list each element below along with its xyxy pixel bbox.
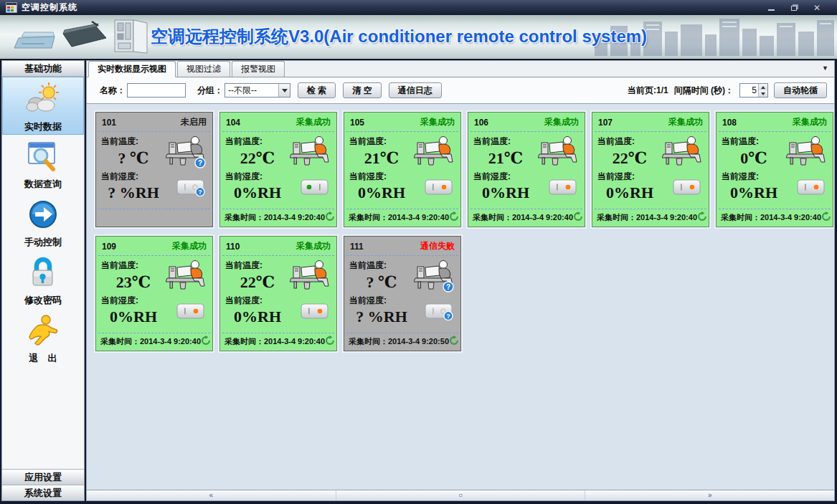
device-card[interactable]: 106采集成功当前温度:21℃当前湿度:0%RH采集时间：2014-3-4 9:… [468, 112, 585, 227]
power-switch-icon[interactable] [301, 179, 330, 200]
pager-current[interactable]: ○ [336, 490, 586, 500]
collect-time: 采集时间：2014-3-4 9:20:40 [721, 212, 821, 223]
humidity-label: 当前湿度: [225, 171, 290, 183]
name-input[interactable] [127, 83, 186, 98]
power-switch-icon[interactable] [176, 303, 206, 324]
spinner-up-icon[interactable] [759, 84, 767, 90]
device-card[interactable]: 108采集成功当前温度:0℃当前湿度:0%RH采集时间：2014-3-4 9:2… [716, 112, 833, 227]
sidebar-item-label: 实时数据 [24, 120, 62, 133]
card-body: 当前温度:22℃当前湿度:0%RH [220, 256, 336, 331]
group-select[interactable]: --不限-- [224, 83, 290, 98]
humidity-label: 当前湿度: [349, 295, 414, 307]
ac-unit-icon [662, 135, 704, 171]
device-card[interactable]: 111通信失败当前温度:? ℃当前湿度:? %RH??采集时间：2014-3-4… [344, 236, 461, 351]
humidity-value: ? %RH [349, 308, 414, 326]
close-button[interactable]: ✕ [811, 3, 823, 12]
current-page-label: 当前页:1/1 [628, 85, 668, 97]
tab-overflow-icon[interactable]: ▼ [822, 65, 828, 72]
card-footer: 采集时间：2014-3-4 9:20:40 [717, 209, 833, 227]
temp-value: 22℃ [225, 148, 290, 168]
card-header: 111通信失败 [344, 237, 460, 254]
lock-icon [26, 255, 60, 293]
ac-unit-icon [290, 135, 331, 171]
power-switch-icon[interactable] [301, 303, 330, 324]
power-switch-icon[interactable]: ? [425, 303, 454, 324]
collect-time: 采集时间：2014-3-4 9:20:40 [224, 336, 325, 347]
device-card[interactable]: 109采集成功当前温度:23℃当前湿度:0%RH采集时间：2014-3-4 9:… [95, 236, 213, 351]
power-switch-icon[interactable] [425, 179, 454, 200]
tab-alarm-view[interactable]: 报警视图 [232, 61, 285, 77]
restore-button[interactable] [788, 3, 800, 12]
card-body: 当前温度:22℃当前湿度:0%RH [592, 132, 709, 207]
auto-cycle-button[interactable]: 自动轮循 [774, 82, 827, 98]
main-panel: 实时数据显示视图 视图过滤 报警视图 ▼ 名称： 分组： --不限-- 检 索 … [86, 60, 835, 501]
humidity-label: 当前湿度: [473, 171, 538, 183]
svg-text:?: ? [198, 159, 202, 167]
svg-text:?: ? [446, 283, 450, 291]
temp-label: 当前温度: [101, 135, 166, 148]
device-card[interactable]: 105采集成功当前温度:21℃当前湿度:0%RH采集时间：2014-3-4 9:… [344, 112, 461, 227]
device-card[interactable]: 107采集成功当前温度:22℃当前湿度:0%RH采集时间：2014-3-4 9:… [592, 112, 709, 227]
humidity-label: 当前湿度: [722, 171, 786, 183]
sidebar: 基础功能 实时数据 [1, 60, 85, 501]
chevron-down-icon[interactable] [278, 84, 290, 97]
card-footer: 采集时间：2014-3-4 9:20:50 [344, 333, 460, 351]
sidebar-item-label: 修改密码 [24, 294, 62, 307]
refresh-icon[interactable] [449, 336, 459, 347]
sidebar-item-realtime-data[interactable]: 实时数据 [2, 77, 84, 135]
device-id: 104 [226, 118, 240, 128]
minimize-button[interactable] [765, 3, 777, 12]
header-banner: 空调远程控制系统V3.0(Air conditioner remote cont… [0, 15, 837, 59]
refresh-icon[interactable] [201, 336, 211, 347]
sidebar-item-manual-control[interactable]: 手动控制 [2, 193, 84, 251]
humidity-label: 当前湿度: [101, 171, 166, 183]
svg-text:?: ? [446, 313, 450, 320]
card-footer: 采集时间：2014-3-4 9:20:40 [468, 209, 585, 227]
sidebar-item-data-query[interactable]: 数据查询 [2, 135, 84, 193]
card-footer: 采集时间：2014-3-4 9:20:40 [96, 333, 212, 351]
clear-button[interactable]: 清 空 [343, 82, 381, 98]
pager-next[interactable]: » [585, 490, 834, 500]
card-header: 110采集成功 [220, 237, 336, 254]
temp-value: 21℃ [349, 148, 414, 168]
refresh-icon[interactable] [697, 211, 707, 223]
device-card[interactable]: 110采集成功当前温度:22℃当前湿度:0%RH采集时间：2014-3-4 9:… [219, 236, 337, 351]
tab-strip: 实时数据显示视图 视图过滤 报警视图 ▼ [87, 61, 834, 77]
power-switch-icon[interactable] [797, 179, 826, 200]
card-header: 106采集成功 [468, 113, 585, 130]
card-footer: 采集时间：2014-3-4 9:20:40 [592, 209, 709, 227]
sidebar-item-label: 退 出 [29, 352, 57, 365]
device-card[interactable]: 101未启用当前温度:? ℃当前湿度:? %RH?? [95, 112, 213, 227]
pager-next-icon: » [708, 492, 712, 499]
refresh-icon[interactable] [325, 211, 335, 223]
tab-view-filter[interactable]: 视图过滤 [177, 61, 230, 77]
power-switch-icon[interactable] [549, 179, 578, 200]
comm-log-button[interactable]: 通信日志 [389, 82, 442, 98]
temp-label: 当前温度: [473, 135, 538, 148]
humidity-value: 0%RH [349, 184, 414, 202]
pager-prev[interactable]: « [87, 490, 336, 500]
sidebar-item-system-settings[interactable]: 系统设置 [2, 485, 84, 500]
power-switch-icon[interactable]: ? [176, 179, 206, 200]
arrow-circle-icon [26, 197, 60, 234]
humidity-value: ? %RH [101, 184, 166, 202]
search-button[interactable]: 检 索 [298, 82, 336, 98]
banner-title: 空调远程控制系统V3.0(Air conditioner remote cont… [151, 25, 647, 48]
refresh-icon[interactable] [325, 336, 335, 347]
sidebar-item-change-password[interactable]: 修改密码 [2, 251, 84, 309]
refresh-icon[interactable] [449, 211, 459, 223]
refresh-icon[interactable] [821, 211, 831, 223]
device-status: 采集成功 [296, 240, 331, 252]
spinner-down-icon[interactable] [759, 90, 767, 97]
refresh-icon[interactable] [573, 211, 583, 223]
interval-spinner[interactable]: 5 [739, 83, 768, 98]
device-card[interactable]: 104采集成功当前温度:22℃当前湿度:0%RH采集时间：2014-3-4 9:… [219, 112, 337, 227]
device-id: 101 [102, 118, 116, 128]
group-label: 分组： [197, 85, 223, 97]
power-switch-icon[interactable] [673, 179, 702, 200]
tab-realtime-view[interactable]: 实时数据显示视图 [88, 61, 176, 77]
sidebar-item-app-settings[interactable]: 应用设置 [2, 469, 84, 485]
card-header: 101未启用 [96, 113, 212, 130]
sidebar-item-exit[interactable]: 退 出 [2, 309, 84, 367]
ac-unit-icon [786, 135, 828, 171]
